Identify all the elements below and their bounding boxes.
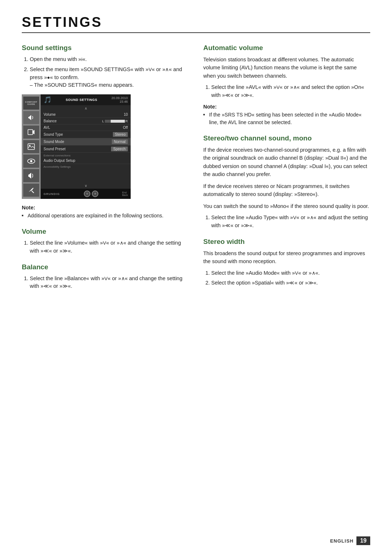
- sidebar-tools: [23, 184, 39, 197]
- volume-section: Volume Select the line »Volume« with »V«…: [22, 228, 189, 255]
- balance-section: Balance Select the line »Balance« with »…: [22, 263, 189, 291]
- stereo-width-heading: Stereo width: [203, 238, 370, 246]
- tv-footer-circles: ① ②: [84, 191, 98, 197]
- tv-footer: GRUNDIG ① ② End Back: [41, 189, 131, 199]
- tv-menu-title: SOUND SETTINGS: [52, 98, 111, 102]
- tv-row-avl: AVL Off: [41, 124, 131, 131]
- note-item-1: Additional operations are explained in t…: [22, 212, 189, 220]
- page-title: SETTINGS: [22, 15, 370, 30]
- tv-row-sound-preset: Sound Preset Speech: [41, 146, 131, 153]
- tv-menu-list: Volume 10 Balance L R: [41, 111, 131, 183]
- page: SETTINGS Sound settings Open the menu wi…: [0, 0, 392, 556]
- avl-note: Note: If the »SRS TS HD« setting has bee…: [203, 104, 370, 126]
- tv-row-balance: Balance L R: [41, 118, 131, 124]
- tv-footer-labels: End Back: [122, 191, 128, 196]
- sound-settings-note: Note: Additional operations are explaine…: [22, 205, 189, 220]
- sound-settings-steps: Open the menu with »i«. Select the menu …: [22, 56, 189, 89]
- stereo-two-body2: If the device receives stereo or Nicam p…: [203, 182, 370, 199]
- left-column: Sound settings Open the menu with »i«. S…: [22, 44, 189, 298]
- stereo-width-step-2: Select the option »Spatial« with »≪« or …: [211, 279, 370, 287]
- tv-menu-screenshot: COMFORT GUIDE: [22, 94, 131, 199]
- stereo-two-section: Stereo/two channel sound, mono If the de…: [203, 134, 370, 230]
- sidebar-comfort: COMFORT GUIDE: [23, 97, 39, 110]
- tv-main-menu: 🎵 SOUND SETTINGS 20.09.2010 15:46 ∧ Volu…: [41, 94, 131, 199]
- svg-point-3: [29, 145, 30, 146]
- balance-bar: L R: [102, 119, 128, 123]
- tv-row-sound-mode: Sound Mode Normal: [41, 138, 131, 146]
- grundig-logo: GRUNDIG: [44, 192, 60, 196]
- stereo-two-body3: You can switch the sound to »Mono« if th…: [203, 202, 370, 210]
- tv-sidebar: COMFORT GUIDE: [22, 94, 41, 199]
- page-footer: ENGLISH 19: [330, 536, 370, 545]
- stereo-two-body1: If the device receives two-channel-sound…: [203, 146, 370, 179]
- volume-heading: Volume: [22, 228, 189, 236]
- stereo-two-heading: Stereo/two channel sound, mono: [203, 134, 370, 142]
- stereo-two-step-1: Select the line »Audio Type« with »V« or…: [211, 214, 370, 230]
- avl-note-list: If the »SRS TS HD« setting has been sele…: [203, 111, 370, 126]
- balance-heading: Balance: [22, 263, 189, 271]
- stereo-width-step-1: Select the line »Audio Mode« with »V« or…: [211, 269, 370, 277]
- balance-steps: Select the line »Balance« with »V« or »∧…: [22, 275, 189, 291]
- sidebar-eye: [23, 155, 39, 168]
- volume-step-1: Select the line »Volume« with »V« or »∧«…: [30, 239, 189, 255]
- sidebar-video: [23, 126, 39, 139]
- circle-1: ①: [84, 191, 90, 197]
- avl-step-1: Select the line »AVL« with »V« or »∧« an…: [211, 83, 370, 99]
- volume-steps: Select the line »Volume« with »V« or »∧«…: [22, 239, 189, 255]
- automatic-volume-heading: Automatic volume: [203, 44, 370, 52]
- stereo-width-body: This broadens the sound output for stere…: [203, 249, 370, 266]
- balance-step-1: Select the line »Balance« with »V« or »∧…: [30, 275, 189, 291]
- main-content: Sound settings Open the menu with »i«. S…: [22, 44, 370, 298]
- footer-language: ENGLISH: [330, 538, 354, 544]
- automatic-volume-body: Television stations broadcast at differe…: [203, 56, 370, 80]
- tv-menu-header: 🎵 SOUND SETTINGS 20.09.2010 15:46: [41, 94, 131, 105]
- footer-page-number: 19: [356, 536, 370, 545]
- circle-2: ②: [92, 191, 98, 197]
- tv-datetime: 20.09.2010 15:46: [111, 96, 128, 103]
- note-title: Note:: [22, 205, 189, 210]
- step-1: Open the menu with »i«.: [30, 56, 189, 64]
- tv-row-volume: Volume 10: [41, 111, 131, 118]
- stereo-two-steps: Select the line »Audio Type« with »V« or…: [203, 214, 370, 230]
- svg-rect-2: [28, 144, 34, 150]
- stereo-width-section: Stereo width This broadens the sound out…: [203, 238, 370, 287]
- automatic-volume-section: Automatic volume Television stations bro…: [203, 44, 370, 126]
- note-list: Additional operations are explained in t…: [22, 212, 189, 220]
- avl-note-title: Note:: [203, 104, 370, 110]
- avl-steps: Select the line »AVL« with »V« or »∧« an…: [203, 83, 370, 99]
- page-header: SETTINGS: [22, 15, 370, 33]
- tv-section-accessibility: Accessibility Settings: [41, 164, 131, 169]
- tv-scroll-down: ∨: [41, 183, 131, 189]
- svg-point-5: [30, 160, 32, 162]
- stereo-width-steps: Select the line »Audio Mode« with »V« or…: [203, 269, 370, 287]
- svg-rect-0: [28, 130, 33, 135]
- tv-sound-icon: 🎵: [44, 96, 52, 104]
- right-column: Automatic volume Television stations bro…: [203, 44, 370, 298]
- tv-row-sound-type: Sound Type Stereo: [41, 131, 131, 138]
- sidebar-picture: [23, 140, 39, 153]
- tv-scroll-up: ∧: [41, 105, 131, 111]
- sound-settings-heading: Sound settings: [22, 44, 189, 52]
- avl-note-item: If the »SRS TS HD« setting has been sele…: [203, 111, 370, 126]
- tv-section-external: External connections: [41, 153, 131, 158]
- tv-row-audio-output: Audio Output Setup: [41, 158, 131, 164]
- step-2: Select the menu item »SOUND SETTINGS« wi…: [30, 66, 189, 89]
- sidebar-sound: [23, 111, 39, 124]
- sound-settings-section: Sound settings Open the menu with »i«. S…: [22, 44, 189, 220]
- sidebar-sound2: [23, 169, 39, 182]
